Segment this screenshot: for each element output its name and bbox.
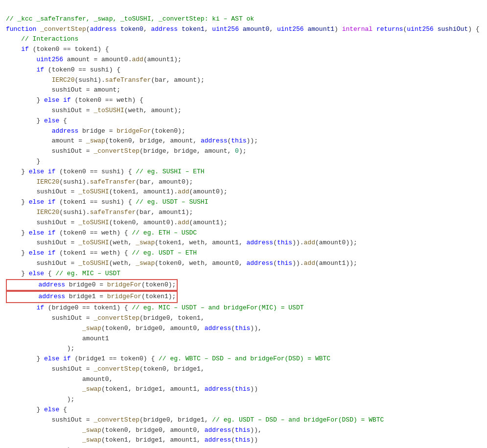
code-token: );	[6, 396, 74, 403]
code-token: (weth, amount);	[124, 107, 182, 114]
table-row: function _convertStep(address token0, ad…	[6, 24, 481, 35]
code-token	[239, 25, 243, 33]
code-token: this	[235, 436, 250, 444]
table-row: sushiOut = _toSUSHI(token0, amount0).add…	[6, 218, 481, 228]
code-token	[116, 25, 120, 33]
code-token: );	[239, 147, 247, 155]
code-token: _convertStep	[40, 25, 86, 33]
code-viewer: // _kcc _safeTransfer, _swap, _toSUSHI, …	[0, 4, 487, 448]
table-row: amount = _swap(token0, bridge, amount, a…	[6, 136, 481, 146]
code-token: (bridge0 == token1) {	[44, 304, 132, 311]
code-token: bridge1 =	[65, 293, 107, 300]
code-token: (amount1);	[143, 56, 182, 63]
code-token: (bridge1 == token0) {	[71, 355, 159, 362]
code-token	[178, 25, 182, 33]
code-token: (bar, amount);	[151, 76, 204, 84]
code-token: _toSUSHI	[93, 107, 124, 114]
code-token: }	[6, 270, 29, 277]
code-token: function	[6, 25, 36, 33]
code-token: uint256	[212, 25, 239, 33]
code-token: amount1	[6, 335, 109, 342]
code-token: sushiOut =	[6, 188, 78, 195]
code-token: _convertStep	[93, 147, 139, 155]
code-token: (token0 == weth) {	[55, 229, 132, 236]
code-token: {	[59, 406, 67, 413]
code-token: address	[201, 137, 228, 144]
code-token: (bridge, bridge, amount,	[139, 147, 235, 155]
code-token: bridgeFor	[107, 281, 141, 288]
table-row: sushiOut = _toSUSHI(weth, _swap(token1, …	[6, 238, 481, 248]
code-token: (token0 == sushi) {	[44, 66, 120, 73]
code-token	[6, 76, 52, 84]
table-row: if (token0 == token1) {	[6, 45, 481, 55]
code-token: address	[38, 281, 65, 288]
code-token: (amount0));	[315, 239, 357, 246]
code-token	[6, 56, 36, 63]
code-token: IERC20	[52, 76, 75, 84]
code-token: (bridge0, token1,	[139, 314, 205, 322]
code-token: (amount0);	[189, 188, 228, 195]
table-row: sushiOut = _toSUSHI(token1, amount1).add…	[6, 187, 481, 197]
code-token: (bar, amount1);	[136, 209, 193, 216]
code-token: sushiOut =	[6, 219, 78, 226]
table-row: address bridge1 = bridgeFor(token1);	[6, 291, 481, 303]
code-token: }	[6, 249, 29, 257]
code-token: _swap	[86, 137, 105, 144]
table-row: IERC20(sushi).safeTransfer(bar, amount);	[6, 75, 481, 86]
code-token: )),	[250, 426, 261, 434]
code-token: ,	[205, 25, 212, 33]
code-token: (	[231, 436, 235, 444]
table-row: sushiOut = _toSUSHI(weth, _swap(token0, …	[6, 259, 481, 269]
table-row: } else {	[6, 405, 481, 415]
code-token: // eg. MIC – USDT – and bridgeFor(MIC) =…	[132, 304, 303, 311]
code-token: )),	[250, 325, 261, 332]
code-token: // eg. WBTC – DSD – and bridgeFor(DSD) =…	[159, 355, 330, 362]
table-row: // _kcc _safeTransfer, _swap, _toSUSHI, …	[6, 14, 481, 24]
code-token	[8, 293, 38, 300]
table-row: amount0,	[6, 375, 481, 385]
table-row: IERC20(sushi).safeTransfer(bar, amount0)…	[6, 177, 481, 188]
code-token: _toSUSHI	[78, 219, 109, 226]
code-token: (	[273, 239, 277, 246]
table-row: sushiOut = amount;	[6, 85, 481, 95]
code-token: // _kcc _safeTransfer, _swap, _toSUSHI, …	[6, 15, 254, 23]
code-token: sushiOut =	[6, 259, 78, 267]
code-token: token0	[120, 25, 143, 33]
code-token: address	[205, 426, 232, 434]
code-token	[6, 66, 36, 73]
code-token: (weth,	[109, 239, 136, 246]
table-row: sushiOut = _convertStep(token0, bridge1,	[6, 364, 481, 375]
code-token: else if	[44, 96, 71, 104]
code-token: _swap	[82, 325, 101, 332]
code-token: this	[235, 426, 250, 434]
code-token: sushiOut =	[6, 416, 93, 424]
code-token: ))	[250, 385, 258, 393]
table-row: );	[6, 344, 481, 354]
code-token: }	[6, 158, 40, 165]
code-token: amount =	[6, 137, 86, 144]
code-token: _convertStep	[93, 314, 139, 322]
code-token: )	[334, 25, 342, 33]
table-row: );	[6, 446, 481, 448]
code-token: }	[6, 229, 29, 236]
table-row: } else { // eg. MIC – USDT	[6, 269, 481, 279]
table-row: } else if (bridge1 == token0) { // eg. W…	[6, 354, 481, 364]
code-token: _swap	[136, 259, 155, 267]
code-token: else	[44, 406, 59, 413]
code-token	[434, 25, 438, 33]
highlighted-line: address bridge0 = bridgeFor(token0);	[6, 279, 178, 291]
code-token: (amount1);	[189, 219, 228, 226]
code-token: _toSUSHI	[78, 188, 109, 195]
code-token: internal	[342, 25, 372, 33]
code-token: // eg. MIC – USDT	[55, 270, 120, 277]
code-token: // eg. ETH – USDC	[132, 229, 197, 236]
code-token: else if	[29, 168, 56, 175]
code-token: safeTransfer	[105, 76, 151, 84]
code-token: (token0 == weth) {	[71, 96, 143, 104]
table-row: IERC20(sushi).safeTransfer(bar, amount1)…	[6, 208, 481, 218]
code-token	[6, 304, 36, 311]
code-token: ,	[143, 25, 151, 33]
table-row: address bridge = bridgeFor(token0);	[6, 126, 481, 137]
code-token: if	[21, 46, 29, 53]
code-token: address	[205, 385, 232, 393]
